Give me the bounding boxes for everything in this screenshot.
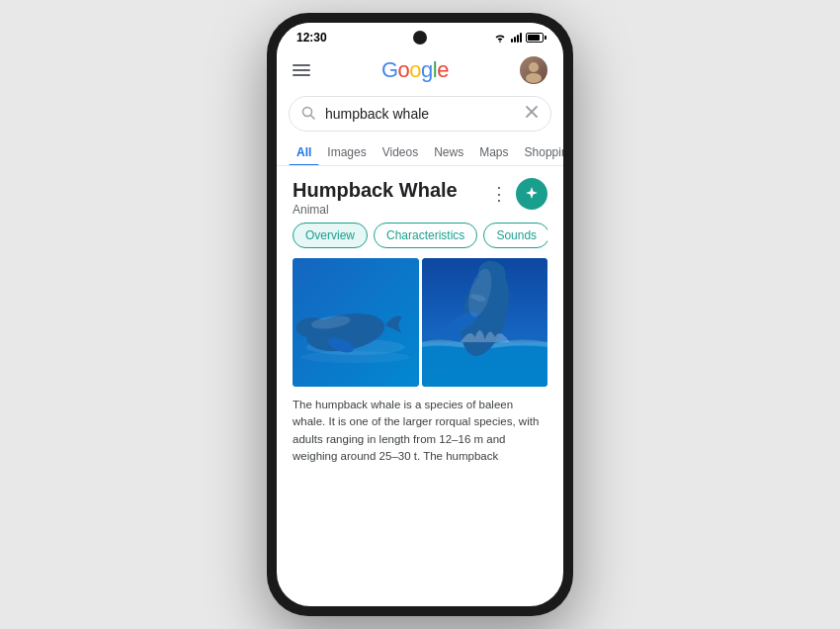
battery-fill [528, 35, 540, 41]
entity-title-block: Humpback Whale Animal [293, 178, 458, 217]
whale-image-left[interactable] [293, 258, 419, 387]
image-grid [293, 258, 547, 387]
search-query-text: humpback whale [325, 106, 525, 122]
chip-characteristics[interactable]: Characteristics [374, 223, 477, 248]
svg-point-9 [301, 351, 410, 363]
tab-shopping[interactable]: Shopping [517, 139, 563, 165]
svg-line-4 [311, 115, 315, 119]
search-icon [301, 106, 315, 123]
status-icons [493, 33, 544, 43]
search-tabs: All Images Videos News Maps Shopping [277, 139, 563, 166]
svg-point-1 [529, 62, 539, 72]
user-avatar[interactable] [520, 56, 547, 84]
logo-letter-g2: g [421, 57, 433, 82]
tab-images[interactable]: Images [319, 139, 374, 165]
avatar-image [520, 56, 547, 84]
google-logo: Google [381, 57, 449, 83]
tab-maps[interactable]: Maps [471, 139, 516, 165]
svg-point-2 [526, 73, 542, 83]
signal-icon [511, 33, 522, 43]
hamburger-menu-button[interactable] [293, 64, 310, 76]
chip-overview[interactable]: Overview [293, 223, 368, 248]
battery-icon [526, 33, 544, 43]
wifi-icon [493, 33, 507, 43]
phone-screen: 12:30 [277, 23, 563, 606]
hamburger-line [293, 64, 310, 66]
search-bar[interactable]: humpback whale [289, 96, 551, 132]
whale-image-right[interactable] [422, 258, 548, 387]
phone-device: 12:30 [267, 13, 573, 616]
hamburger-line [293, 74, 310, 76]
search-clear-button[interactable] [525, 105, 539, 123]
camera-notch [413, 31, 427, 45]
logo-letter-o2: o [409, 57, 421, 82]
search-results-content: Humpback Whale Animal ⋮ Over [277, 166, 563, 606]
logo-letter-g: G [381, 57, 398, 82]
google-header: Google [277, 48, 563, 92]
logo-letter-o1: o [398, 57, 410, 82]
more-options-button[interactable]: ⋮ [490, 185, 508, 203]
chip-sounds[interactable]: Sounds [483, 223, 547, 248]
logo-letter-e: e [437, 57, 449, 82]
entity-subtitle: Animal [293, 203, 458, 217]
tab-all[interactable]: All [289, 139, 319, 165]
entity-actions: ⋮ [490, 178, 547, 210]
entity-description: The humpback whale is a species of balee… [293, 397, 547, 465]
hamburger-line [293, 69, 310, 71]
tab-news[interactable]: News [426, 139, 471, 165]
tab-videos[interactable]: Videos [375, 139, 426, 165]
status-time: 12:30 [296, 31, 327, 45]
ai-summary-button[interactable] [516, 178, 547, 210]
svg-point-0 [499, 41, 501, 43]
ai-icon [524, 185, 540, 204]
entity-header: Humpback Whale Animal ⋮ [293, 178, 547, 217]
entity-title: Humpback Whale [293, 178, 458, 202]
filter-chips: Overview Characteristics Sounds Videos [293, 223, 547, 248]
